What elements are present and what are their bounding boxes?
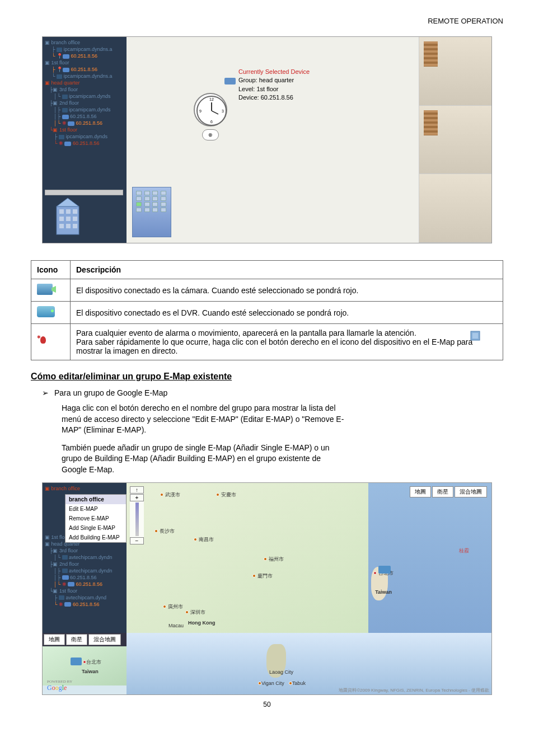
video-thumbnail-panel: [419, 37, 491, 243]
dvr-icon: [62, 115, 69, 119]
camera-icon: [57, 48, 62, 52]
city-label: 安慶市: [216, 491, 236, 499]
table-row: El dispositivo conectado es la cámara. C…: [31, 279, 503, 302]
dvr-icon: [64, 602, 71, 607]
bullet-item: Para un grupo de Google E-Map: [42, 388, 503, 397]
video-thumbnail: [419, 106, 491, 175]
tree-item: ├ 📍 60.251.8.56: [45, 66, 124, 73]
desc-cell: El dispositivo conectado es la cámara. C…: [71, 279, 503, 302]
desc-cell: Para cualquier evento de alarma o movimi…: [71, 324, 503, 360]
camera-icon: [59, 595, 64, 600]
city-label: 深圳市: [185, 609, 205, 616]
svg-marker-10: [57, 198, 79, 206]
tree-third-floor: ├▣ 3rd floor: [45, 86, 124, 93]
device-tree-panel: ▣ branch office ├ ipcamipcam.dyndns.a └ …: [43, 37, 127, 243]
city-label: Vigan City: [258, 680, 284, 686]
device-group: Group: head quarter: [238, 76, 310, 84]
paragraph: Haga clic con el botón derecho en el nom…: [62, 403, 347, 436]
camera-icon: [62, 95, 68, 99]
table-header-icon: Icono: [31, 261, 71, 279]
tree-item: │├ 60.251.8.56: [45, 113, 124, 120]
macau-label: Macau: [168, 623, 184, 628]
dvr-icon: [64, 142, 71, 146]
tree-item: └ ❋ 60.251.8.56: [45, 140, 124, 147]
dvr-icon: [63, 54, 69, 59]
svg-rect-4: [59, 217, 64, 221]
svg-rect-1: [59, 209, 64, 214]
subsection-title: Cómo editar/eliminar un grupo E-Map exis…: [31, 372, 503, 382]
camera-icon: [62, 569, 68, 573]
tree-item: │├ ipcamipcam.dynds: [45, 106, 124, 113]
city-label: Laoag City: [269, 669, 293, 675]
tree-item: └ ❋ 60.251.8.56: [45, 601, 124, 608]
tree-item: ├ ipcamipcam.dynds: [45, 133, 124, 140]
city-label: 南昌市: [194, 536, 214, 543]
tree-branch-office: ▣ branch office: [45, 485, 124, 492]
svg-rect-6: [73, 217, 77, 221]
video-thumbnail: [419, 37, 491, 106]
tree-item: │└ ipcamipcam.dynds: [45, 93, 124, 100]
emap-screenshot-1: _ □ × ▣ branch office ├ ipcamipcam.dyndn…: [42, 36, 492, 243]
desc-cell: El dispositivo conectado es el DVR. Cuan…: [71, 302, 503, 324]
tree-item: │└ ❋ 60.251.8.56: [45, 581, 124, 588]
map-btn-map: 地圖: [410, 486, 431, 497]
camera-icon: [62, 555, 68, 560]
tree-second-floor: ├▣ 2nd floor: [45, 100, 124, 106]
context-menu: branch office Edit E-MAP Remove E-MAP Ad…: [65, 494, 127, 543]
icon-description-table: Icono Descripción El dispositivo conecta…: [31, 260, 503, 360]
device-marker-icon: [71, 658, 82, 665]
svg-rect-8: [66, 224, 71, 228]
icon-cell: [31, 279, 71, 302]
alarm-icon: [37, 335, 50, 348]
building-thumbnail-icon: [54, 195, 85, 237]
svg-text:6: 6: [210, 120, 213, 124]
tree-item: │├ 60.251.8.56: [45, 574, 124, 581]
city-label: Tabuk: [289, 680, 306, 686]
emap-main-view: 12 3 6 9 ⊗ Currently Selected Device Gro…: [127, 37, 419, 243]
table-row: Para cualquier evento de alarma o movimi…: [31, 324, 503, 360]
tree-branch-office: ▣ branch office: [45, 39, 124, 46]
camera-icon: [37, 284, 53, 295]
table-row: El dispositivo conectado es el DVR. Cuan…: [31, 302, 503, 324]
dvr-icon: [68, 121, 74, 126]
tree-second-floor: ├▣ 2nd floor: [45, 561, 124, 567]
emap-screenshot-2: _ □ × ▣ branch office branch office Edit…: [42, 482, 492, 695]
tree-item: └ ipcamipcam.dyndns.a: [45, 73, 124, 79]
map-type-toggle: 地圖 衛星 混合地圖: [410, 486, 487, 497]
tree-first-floor: └▣ 1st floor: [45, 588, 124, 594]
svg-rect-9: [73, 224, 77, 228]
building-icon: [132, 187, 171, 237]
tree-third-floor: ├▣ 3rd floor: [45, 547, 124, 554]
map-zoom-controls: ↑ + −: [130, 486, 144, 544]
city-label: 長沙市: [154, 528, 175, 535]
marker-icon: ⊗: [202, 129, 219, 140]
clock-icon: 12 3 6 9: [194, 93, 227, 126]
dvr-icon: [62, 575, 69, 580]
device-info-box: Currently Selected Device Group: head qu…: [238, 68, 310, 102]
hongkong-label: Hong Kong: [188, 620, 216, 626]
paragraph: También puede añadir un grupo de single …: [62, 443, 347, 476]
svg-rect-2: [66, 209, 71, 214]
thumb-btn-map: 地圖: [44, 634, 65, 645]
marker-label: 桂霞: [459, 547, 469, 555]
menu-header: branch office: [65, 495, 126, 504]
tree-item: ├ ipcamipcam.dyndns.a: [45, 46, 124, 53]
page-number: 50: [31, 701, 503, 708]
tree-item: ├ avtechipcam.dynd: [45, 594, 124, 601]
tree-item: └ 📍 60.251.8.56: [45, 53, 124, 59]
building-icon: [424, 41, 438, 67]
fullscreen-icon: [470, 331, 480, 341]
svg-rect-19: [472, 333, 478, 339]
city-label: 廈門市: [252, 572, 273, 580]
camera-icon: [62, 108, 68, 112]
menu-item-add-building: Add Building E-MAP: [65, 533, 126, 542]
device-level: Level: 1st floor: [238, 85, 310, 93]
city-label: 福州市: [264, 556, 284, 563]
icon-cell: [31, 324, 71, 360]
icon-cell: [31, 302, 71, 324]
table-header-desc: Descripción: [71, 261, 503, 279]
taiwan-label: Taiwan: [375, 589, 392, 595]
scrollbar: [45, 190, 123, 195]
svg-text:3: 3: [222, 109, 224, 113]
selected-device-title: Currently Selected Device: [238, 68, 310, 76]
